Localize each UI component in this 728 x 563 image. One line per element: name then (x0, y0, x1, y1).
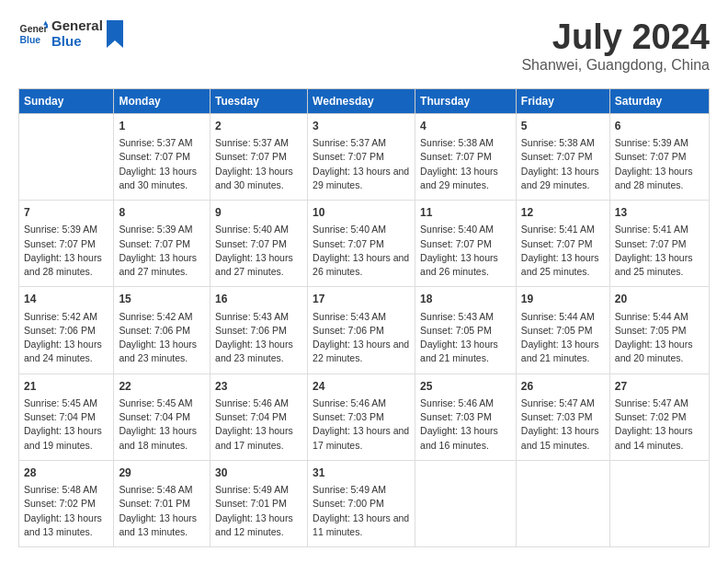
day-number: 30 (215, 465, 302, 481)
daylight-text: Daylight: 13 hours and 15 minutes. (521, 424, 605, 452)
daylight-text: Daylight: 13 hours and 18 minutes. (119, 424, 205, 452)
daylight-text: Daylight: 13 hours and 13 minutes. (24, 511, 108, 539)
day-number: 9 (215, 205, 302, 221)
logo-general-text: General (51, 18, 103, 34)
calendar-cell: 30Sunrise: 5:49 AMSunset: 7:01 PMDayligh… (210, 460, 308, 546)
logo-blue-text: Blue (51, 34, 103, 50)
sunset-text: Sunset: 7:05 PM (420, 324, 511, 338)
sunset-text: Sunset: 7:07 PM (420, 237, 511, 251)
month-title: July 2024 (521, 18, 710, 57)
sunset-text: Sunset: 7:07 PM (119, 237, 205, 251)
calendar-cell (19, 113, 114, 200)
day-number: 17 (313, 292, 410, 307)
calendar-cell: 1Sunrise: 5:37 AMSunset: 7:07 PMDaylight… (114, 113, 210, 200)
sunrise-text: Sunrise: 5:38 AM (420, 136, 511, 150)
sunset-text: Sunset: 7:07 PM (119, 150, 205, 164)
logo-icon: General Blue (18, 19, 48, 49)
calendar-cell: 26Sunrise: 5:47 AMSunset: 7:03 PMDayligh… (516, 373, 609, 460)
sunset-text: Sunset: 7:07 PM (615, 237, 704, 251)
sunrise-text: Sunrise: 5:37 AM (119, 136, 205, 150)
sunrise-text: Sunrise: 5:46 AM (313, 396, 410, 410)
daylight-text: Daylight: 13 hours and 23 minutes. (215, 338, 302, 365)
calendar-cell: 13Sunrise: 5:41 AMSunset: 7:07 PMDayligh… (609, 201, 709, 287)
sunrise-text: Sunrise: 5:48 AM (24, 483, 108, 497)
sunrise-text: Sunrise: 5:43 AM (313, 310, 410, 324)
column-header-wednesday: Wednesday (308, 88, 415, 113)
column-header-saturday: Saturday (609, 88, 709, 113)
calendar-cell: 24Sunrise: 5:46 AMSunset: 7:03 PMDayligh… (308, 373, 415, 460)
daylight-text: Daylight: 13 hours and 30 minutes. (215, 165, 302, 192)
daylight-text: Daylight: 13 hours and 17 minutes. (215, 424, 302, 452)
week-row-5: 28Sunrise: 5:48 AMSunset: 7:02 PMDayligh… (19, 460, 710, 546)
sunrise-text: Sunrise: 5:45 AM (119, 396, 205, 410)
column-header-friday: Friday (516, 88, 609, 113)
calendar-cell: 28Sunrise: 5:48 AMSunset: 7:02 PMDayligh… (19, 460, 114, 546)
day-number: 5 (521, 119, 605, 134)
daylight-text: Daylight: 13 hours and 12 minutes. (215, 511, 302, 539)
column-header-tuesday: Tuesday (210, 88, 308, 113)
sunset-text: Sunset: 7:07 PM (521, 150, 605, 164)
calendar-cell: 29Sunrise: 5:48 AMSunset: 7:01 PMDayligh… (114, 460, 210, 546)
daylight-text: Daylight: 13 hours and 26 minutes. (313, 251, 410, 279)
sunset-text: Sunset: 7:07 PM (215, 237, 302, 251)
daylight-text: Daylight: 13 hours and 29 minutes. (521, 165, 605, 192)
sunrise-text: Sunrise: 5:49 AM (215, 483, 302, 497)
sunrise-text: Sunrise: 5:44 AM (521, 310, 605, 324)
day-number: 15 (119, 292, 205, 307)
sunset-text: Sunset: 7:04 PM (24, 410, 108, 424)
sunset-text: Sunset: 7:05 PM (521, 324, 605, 338)
day-number: 21 (24, 379, 108, 395)
day-number: 19 (521, 292, 605, 307)
day-number: 11 (420, 205, 511, 221)
calendar-cell: 5Sunrise: 5:38 AMSunset: 7:07 PMDaylight… (516, 113, 609, 200)
sunrise-text: Sunrise: 5:40 AM (313, 223, 410, 236)
day-number: 18 (420, 292, 511, 307)
calendar-cell: 10Sunrise: 5:40 AMSunset: 7:07 PMDayligh… (308, 201, 415, 287)
day-number: 12 (521, 205, 605, 221)
calendar-cell: 18Sunrise: 5:43 AMSunset: 7:05 PMDayligh… (415, 287, 517, 373)
daylight-text: Daylight: 13 hours and 20 minutes. (615, 338, 704, 365)
daylight-text: Daylight: 13 hours and 14 minutes. (615, 424, 704, 452)
week-row-4: 21Sunrise: 5:45 AMSunset: 7:04 PMDayligh… (19, 373, 710, 460)
column-header-monday: Monday (114, 88, 210, 113)
calendar-cell: 16Sunrise: 5:43 AMSunset: 7:06 PMDayligh… (210, 287, 308, 373)
calendar-cell: 12Sunrise: 5:41 AMSunset: 7:07 PMDayligh… (516, 201, 609, 287)
daylight-text: Daylight: 13 hours and 25 minutes. (615, 251, 704, 279)
sunset-text: Sunset: 7:02 PM (24, 497, 108, 511)
calendar-cell (415, 460, 517, 546)
day-number: 13 (615, 205, 704, 221)
daylight-text: Daylight: 13 hours and 28 minutes. (615, 165, 704, 192)
sunset-text: Sunset: 7:07 PM (521, 237, 605, 251)
day-number: 28 (24, 465, 108, 481)
sunset-text: Sunset: 7:06 PM (24, 324, 108, 338)
sunset-text: Sunset: 7:07 PM (313, 237, 410, 251)
day-number: 1 (119, 119, 205, 134)
sunrise-text: Sunrise: 5:46 AM (215, 396, 302, 410)
daylight-text: Daylight: 13 hours and 24 minutes. (24, 338, 108, 365)
day-number: 10 (313, 205, 410, 221)
column-header-sunday: Sunday (19, 88, 114, 113)
sunset-text: Sunset: 7:06 PM (313, 324, 410, 338)
sunset-text: Sunset: 7:04 PM (215, 410, 302, 424)
day-number: 14 (24, 292, 108, 307)
day-number: 6 (615, 119, 704, 134)
sunset-text: Sunset: 7:03 PM (420, 410, 511, 424)
daylight-text: Daylight: 13 hours and 28 minutes. (24, 251, 108, 279)
day-number: 25 (420, 379, 511, 395)
location-title: Shanwei, Guangdong, China (521, 57, 710, 74)
svg-text:Blue: Blue (20, 34, 41, 44)
daylight-text: Daylight: 13 hours and 22 minutes. (313, 338, 410, 365)
week-row-1: 1Sunrise: 5:37 AMSunset: 7:07 PMDaylight… (19, 113, 710, 200)
calendar-cell: 25Sunrise: 5:46 AMSunset: 7:03 PMDayligh… (415, 373, 517, 460)
sunrise-text: Sunrise: 5:39 AM (119, 223, 205, 236)
sunrise-text: Sunrise: 5:46 AM (420, 396, 511, 410)
sunrise-text: Sunrise: 5:43 AM (215, 310, 302, 324)
calendar-cell: 17Sunrise: 5:43 AMSunset: 7:06 PMDayligh… (308, 287, 415, 373)
sunset-text: Sunset: 7:04 PM (119, 410, 205, 424)
logo-arrow-icon (107, 20, 123, 48)
calendar-cell: 7Sunrise: 5:39 AMSunset: 7:07 PMDaylight… (19, 201, 114, 287)
sunset-text: Sunset: 7:01 PM (119, 497, 205, 511)
day-number: 3 (313, 119, 410, 134)
calendar-cell: 31Sunrise: 5:49 AMSunset: 7:00 PMDayligh… (308, 460, 415, 546)
calendar-cell: 22Sunrise: 5:45 AMSunset: 7:04 PMDayligh… (114, 373, 210, 460)
